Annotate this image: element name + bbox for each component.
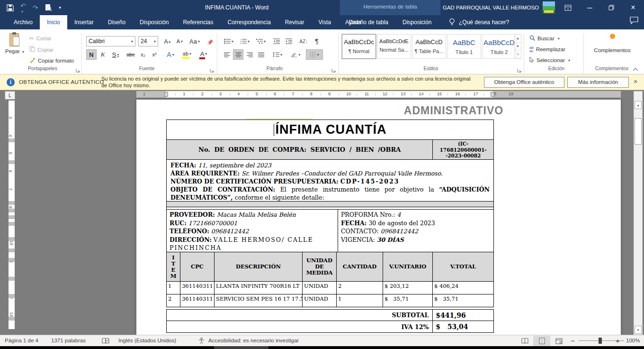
right-indent-marker[interactable] [491,92,494,97]
style-normal-sa[interactable]: AaBbCcDdE Normal Sa... [377,34,411,59]
scrollbar-thumb[interactable] [635,118,642,145]
borders-button[interactable]: ▾ [306,49,323,60]
language-indicator[interactable]: Inglés (Estados Unidos) [118,335,176,346]
text-effects-button[interactable]: A▾ [163,49,178,60]
tab-diseno[interactable]: Diseño [101,15,133,29]
tab-correspondencia[interactable]: Correspondencia [220,15,277,29]
font-size-combo[interactable]: 24▾ [138,36,158,46]
print-preview-icon[interactable] [45,4,52,11]
styles-scroll-up-icon[interactable]: ▲ [515,35,521,43]
align-right-button[interactable] [244,49,255,60]
comments-icon[interactable] [630,17,638,26]
select-button[interactable]: Seleccionar▾ [529,57,570,64]
paste-button[interactable]: Pegar ▾ [4,33,26,54]
bullets-button[interactable]: ▾ [222,36,236,46]
clipboard-dialog-launcher[interactable] [76,66,80,74]
font-color-button[interactable]: A▾ [197,48,211,59]
styles-gallery-more-icon[interactable]: ≡ [515,50,521,58]
tell-me-box[interactable]: ¿Qué desea hacer? [449,15,509,29]
tab-insertar[interactable]: Insertar [67,15,101,29]
account-avatar[interactable] [543,1,555,14]
tab-inicio[interactable]: Inicio [40,15,67,29]
find-button[interactable]: Buscar▾ [529,35,560,42]
collapse-ribbon-icon[interactable] [633,64,638,73]
show-marks-button[interactable]: ¶ [312,36,322,46]
paragraph-dialog-launcher[interactable] [331,66,336,74]
scroll-down-icon[interactable]: ▾ [635,326,642,334]
table-row[interactable]: 1 361140311 LLANTA INFINITY 700R16 LT UN… [166,282,494,294]
styles-gallery-scroll[interactable]: ▲ ▼ ≡ [514,34,521,59]
restore-button[interactable] [600,0,622,15]
save-icon[interactable] [7,4,14,11]
document-page[interactable]: ADMINISTRATIVO ÍNFIMA CUANTÍA No. DE ORD… [136,100,621,335]
more-info-button[interactable]: Más información [567,77,629,88]
numbering-button[interactable]: 123▾ [238,36,252,46]
change-case-button[interactable]: Aa▾ [188,36,202,46]
web-layout-button[interactable] [550,336,567,346]
italic-button[interactable]: K [98,49,107,60]
tab-disposicion[interactable]: Disposición [133,15,176,29]
tab-revisar[interactable]: Revisar [278,15,312,29]
addins-button[interactable]: Complementos [587,32,637,53]
read-mode-button[interactable] [516,336,533,346]
underline-button[interactable]: S▾ [108,49,123,60]
subtotal-row[interactable]: SUBTOTAL $441,96 [166,309,494,321]
account-info[interactable]: GAD PARROQUIAL VALLE HERMOSO [443,0,555,15]
justify-button[interactable] [256,49,266,60]
close-warning-icon[interactable]: × [634,78,637,85]
font-family-combo[interactable]: Calibri▾ [86,36,135,46]
tab-archivo[interactable]: Archivo [7,15,40,29]
print-layout-button[interactable] [533,336,550,346]
page-indicator[interactable]: Página 1 de 4 [5,335,38,346]
tab-referencias[interactable]: Referencias [176,15,220,29]
supplier-row[interactable]: PROVEEDOR: Macas Malla Melisa Belén RUC:… [166,209,494,252]
order-info-row[interactable]: FECHA: 11, septiembre del 2023 ÁREA REQU… [166,160,494,202]
style-titulo-1[interactable]: AaBbC Título 1 [447,34,481,59]
tab-disposicion-tabla[interactable]: Disposición [395,15,438,29]
multilevel-list-button[interactable]: ▾ [254,36,268,46]
accessibility-status[interactable]: Accesibilidad: es necesario investigar [208,335,299,346]
styles-dialog-launcher[interactable] [517,66,521,74]
style-table-pa[interactable]: AaBbCcD ¶ Table Pa... [412,34,446,59]
iva-row[interactable]: IVA 12% $ 53,04 [166,321,494,333]
word-count[interactable]: 1371 palabras [51,335,86,346]
align-center-button[interactable] [233,49,243,60]
line-spacing-button[interactable]: ▾ [270,49,285,60]
tab-vista[interactable]: Vista [312,15,338,29]
grow-font-button[interactable]: A▲ [162,36,173,46]
table-row[interactable]: 2 361140311 SERVICIO SEM PES 16 17 17.5 … [166,294,494,307]
font-dialog-launcher[interactable] [210,66,214,74]
align-left-button[interactable] [222,49,232,60]
vertical-ruler[interactable]: 34567891011121314 [9,101,15,329]
left-indent-marker[interactable] [164,92,168,97]
clear-formatting-button[interactable] [205,36,216,46]
shading-button[interactable]: ▾ [288,49,303,60]
superscript-button[interactable]: x² [149,49,160,60]
style-titulo-2[interactable]: AaBbCcD Título 2 [482,34,516,59]
decrease-indent-button[interactable] [271,36,282,46]
zoom-level[interactable]: 100% [626,335,640,346]
shrink-font-button[interactable]: A▼ [174,36,186,46]
highlight-color-button[interactable]: ab▾ [179,48,195,59]
format-painter-button[interactable]: Copiar formato [29,57,74,64]
sort-button[interactable]: AZ↓ [297,36,310,46]
styles-scroll-down-icon[interactable]: ▼ [515,43,521,51]
close-button[interactable]: × [622,0,644,15]
increase-indent-button[interactable] [283,36,295,46]
get-genuine-office-button[interactable]: Obtenga Office auténtico [484,77,564,88]
horizontal-ruler[interactable]: 1 123456789101112131415161718 19 [136,91,621,98]
customize-qat-icon[interactable]: ▾ [59,5,61,10]
scroll-up-icon[interactable]: ▴ [635,101,642,109]
subscript-button[interactable]: x₂ [138,49,148,60]
zoom-out-button[interactable]: − [571,335,575,346]
document-title-row[interactable]: ÍNFIMA CUANTÍA [166,119,494,140]
ribbon-display-options-button[interactable] [557,0,579,15]
order-number-row[interactable]: No. DE ORDEN DE COMPRA: SERVICIO / BIEN … [166,140,494,160]
strikethrough-button[interactable]: abc [125,49,137,60]
bold-button[interactable]: N [86,49,97,60]
style-normal[interactable]: AaBbCcDc ¶ Normal [342,34,376,59]
vertical-scrollbar[interactable]: ▴ ▾ [634,91,643,335]
replace-button[interactable]: abac Reemplazar [529,46,565,53]
tab-stop-selector[interactable]: L [5,91,15,100]
tab-diseno-de-tabla[interactable]: Diseño de tabla [342,15,395,29]
